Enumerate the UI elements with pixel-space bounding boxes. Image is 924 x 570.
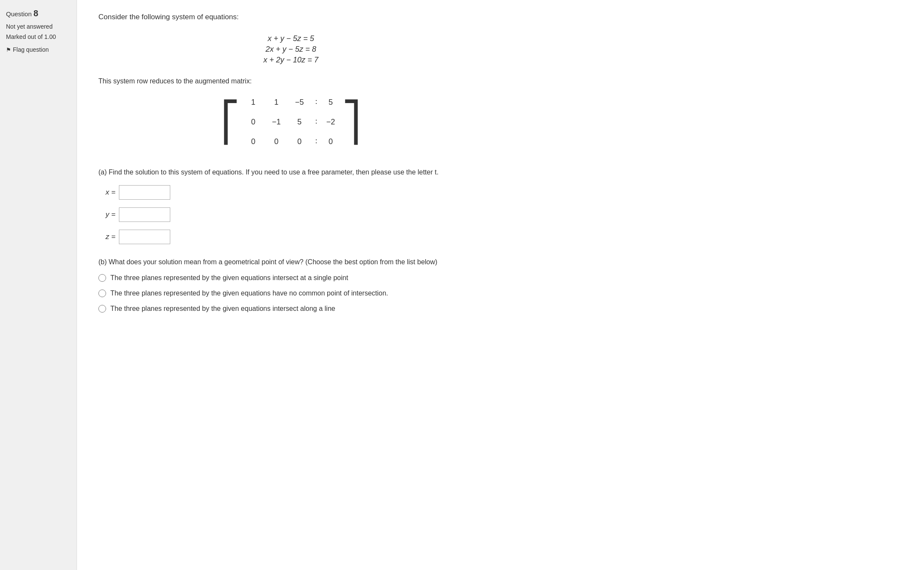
question-prefix: Question [6, 10, 32, 18]
radio-label-2: The three planes represented by the give… [110, 289, 388, 297]
sidebar: Question 8 Not yet answered Marked out o… [0, 0, 77, 570]
matrix-cell-r1c5: 5 [322, 98, 339, 107]
radio-label-1: The three planes represented by the give… [110, 274, 348, 282]
matrix-wrapper: ⎡ 1 1 −5 ∶ 5 0 −1 5 ∶ −2 0 0 0 ∶ 0 [221, 94, 361, 150]
matrix-cell-r3c1: 0 [243, 137, 264, 146]
z-var-label: z = [98, 233, 116, 241]
x-var-label: x = [98, 188, 116, 197]
bracket-left: ⎡ [221, 103, 240, 141]
matrix-description: This system row reduces to the augmented… [98, 77, 483, 85]
question-number: 8 [33, 9, 38, 18]
matrix-cell-r2c3: 5 [289, 118, 310, 127]
y-input-row: y = [98, 207, 483, 222]
z-input-row: z = [98, 230, 483, 244]
radio-option-2: The three planes represented by the give… [98, 289, 483, 297]
matrix-cell-r3c3: 0 [289, 137, 310, 146]
part-a-section: (a) Find the solution to this system of … [98, 167, 483, 244]
equations-block: x + y − 5z = 5 2x + y − 5z = 8 x + 2y − … [98, 34, 483, 65]
matrix-cell-r1c3: −5 [289, 98, 310, 107]
part-b-section: (b) What does your solution mean from a … [98, 257, 483, 313]
bracket-right: ⎤ [342, 103, 361, 141]
matrix-cell-r1c1: 1 [243, 98, 264, 107]
matrix-cell-r3c2: 0 [266, 137, 287, 146]
z-input[interactable] [119, 230, 170, 244]
part-b-label: (b) What does your solution mean from a … [98, 257, 483, 267]
marked-out-of-label: Marked out of 1.00 [6, 33, 71, 41]
augmented-matrix: ⎡ 1 1 −5 ∶ 5 0 −1 5 ∶ −2 0 0 0 ∶ 0 [98, 94, 483, 150]
flag-question-button[interactable]: ⚑ Flag question [6, 46, 49, 53]
radio-option-1: The three planes represented by the give… [98, 274, 483, 282]
radio-option-3: The three planes represented by the give… [98, 305, 483, 313]
matrix-cell-r3c5: 0 [322, 137, 339, 146]
x-input-row: x = [98, 185, 483, 200]
matrix-cell-r2c5: −2 [322, 118, 339, 127]
matrix-colon-r3: ∶ [312, 137, 320, 146]
matrix-cell-r2c2: −1 [266, 118, 287, 127]
main-content: Consider the following system of equatio… [77, 0, 505, 570]
matrix-colon-r1: ∶ [312, 97, 320, 107]
matrix-cell-r2c1: 0 [243, 118, 264, 127]
radio-label-3: The three planes represented by the give… [110, 305, 335, 313]
flag-icon: ⚑ [6, 47, 11, 53]
radio-single-point[interactable] [98, 274, 106, 282]
question-label: Question 8 [6, 9, 71, 18]
x-input[interactable] [119, 185, 170, 200]
radio-intersect-line[interactable] [98, 305, 106, 313]
matrix-colon-r2: ∶ [312, 117, 320, 127]
equation-2: 2x + y − 5z = 8 [98, 45, 483, 54]
intro-text: Consider the following system of equatio… [98, 13, 483, 21]
matrix-cell-r1c2: 1 [266, 98, 287, 107]
not-yet-answered-label: Not yet answered [6, 23, 71, 31]
equation-3: x + 2y − 10z = 7 [98, 56, 483, 65]
matrix-grid: 1 1 −5 ∶ 5 0 −1 5 ∶ −2 0 0 0 ∶ 0 [243, 94, 339, 150]
y-input[interactable] [119, 207, 170, 222]
flag-question-label: Flag question [13, 46, 49, 53]
equation-1: x + y − 5z = 5 [98, 34, 483, 43]
y-var-label: y = [98, 210, 116, 219]
part-a-label: (a) Find the solution to this system of … [98, 167, 483, 177]
radio-no-common-point[interactable] [98, 289, 106, 297]
